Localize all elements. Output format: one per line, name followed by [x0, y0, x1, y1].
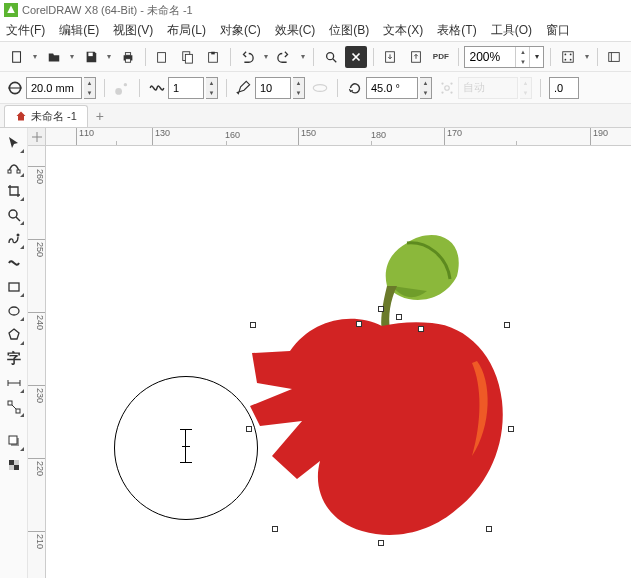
pdf-button[interactable]: PDF — [430, 46, 451, 68]
new-doc-dropdown[interactable]: ▾ — [31, 46, 39, 68]
extra-input[interactable] — [549, 77, 579, 99]
svg-point-17 — [565, 58, 567, 60]
transparency-tool[interactable] — [3, 454, 25, 476]
rectangle-tool[interactable] — [3, 276, 25, 298]
zoom-input[interactable] — [465, 47, 515, 67]
svg-point-37 — [9, 307, 19, 315]
search-button[interactable] — [320, 46, 341, 68]
vertical-ruler[interactable]: 260 250 240 230 220 210 — [28, 146, 46, 578]
open-button[interactable] — [43, 46, 64, 68]
save-dropdown[interactable]: ▾ — [106, 46, 114, 68]
toolbox: 字 — [0, 128, 28, 578]
svg-rect-41 — [8, 401, 12, 405]
svg-point-25 — [313, 84, 327, 91]
polygon-tool[interactable] — [3, 324, 25, 346]
cut-button[interactable] — [152, 46, 173, 68]
menu-edit[interactable]: 编辑(E) — [59, 22, 99, 39]
snap-dropdown[interactable]: ▾ — [583, 46, 591, 68]
menu-table[interactable]: 表格(T) — [437, 22, 476, 39]
menu-text[interactable]: 文本(X) — [383, 22, 423, 39]
svg-point-28 — [450, 82, 452, 84]
open-dropdown[interactable]: ▾ — [68, 46, 76, 68]
size-up[interactable]: ▲ — [84, 78, 95, 88]
size-down[interactable]: ▼ — [84, 88, 95, 98]
export-up-button[interactable] — [405, 46, 426, 68]
sel-handle-se[interactable] — [486, 526, 492, 532]
app-logo — [4, 3, 18, 17]
ellipse-tool[interactable] — [3, 300, 25, 322]
menu-bitmaps[interactable]: 位图(B) — [329, 22, 369, 39]
svg-point-33 — [9, 210, 17, 218]
horizontal-ruler[interactable]: 110 130 150 170 190 160 180 — [46, 128, 631, 146]
menu-window[interactable]: 窗口 — [546, 22, 570, 39]
zoom-dropdown[interactable]: ▾ — [529, 47, 543, 67]
zoom-up[interactable]: ▲ — [515, 47, 529, 57]
artistic-media-tool[interactable] — [3, 252, 25, 274]
zoom-level[interactable]: ▲▼ ▾ — [464, 46, 544, 68]
angle-input[interactable] — [366, 77, 418, 99]
svg-rect-4 — [125, 58, 130, 62]
menu-tools[interactable]: 工具(O) — [491, 22, 532, 39]
zoom-down[interactable]: ▼ — [515, 57, 529, 67]
add-tab-button[interactable]: + — [88, 105, 112, 127]
sel-handle-e[interactable] — [508, 426, 514, 432]
menu-effects[interactable]: 效果(C) — [275, 22, 316, 39]
crop-tool[interactable] — [3, 180, 25, 202]
copy-button[interactable] — [177, 46, 198, 68]
freehand-tool[interactable] — [3, 228, 25, 250]
new-doc-button[interactable] — [6, 46, 27, 68]
tab-untitled[interactable]: 未命名 -1 — [4, 105, 88, 127]
property-bar: ▲▼ ▲▼ ▲▼ ▲▼ ▲▼ — [0, 72, 631, 104]
pressure-icon — [113, 77, 131, 99]
save-button[interactable] — [80, 46, 101, 68]
svg-rect-47 — [14, 460, 19, 465]
snap-button[interactable] — [557, 46, 578, 68]
tab-label: 未命名 -1 — [31, 109, 77, 124]
svg-point-24 — [124, 82, 127, 85]
import-button[interactable] — [345, 46, 366, 68]
rotation-icon — [346, 77, 364, 99]
menu-view[interactable]: 视图(V) — [113, 22, 153, 39]
sel-handle-n[interactable] — [378, 306, 384, 312]
options-button[interactable] — [604, 46, 625, 68]
print-button[interactable] — [117, 46, 138, 68]
apple-shape[interactable] — [232, 231, 522, 541]
svg-rect-7 — [185, 54, 192, 63]
reduce-nodes-input[interactable] — [255, 77, 291, 99]
frequency-input[interactable] — [168, 77, 204, 99]
node-handle[interactable] — [396, 314, 402, 320]
export-down-button[interactable] — [379, 46, 400, 68]
sel-handle-sw[interactable] — [272, 526, 278, 532]
connector-tool[interactable] — [3, 396, 25, 418]
eraser-shape-circle-icon[interactable] — [6, 77, 24, 99]
sel-handle-ne[interactable] — [504, 322, 510, 328]
canvas[interactable] — [46, 146, 631, 578]
pick-tool[interactable] — [3, 132, 25, 154]
svg-point-27 — [441, 82, 443, 84]
svg-line-11 — [332, 58, 336, 62]
undo-dropdown[interactable]: ▾ — [262, 46, 270, 68]
menu-object[interactable]: 对象(C) — [220, 22, 261, 39]
dimension-tool[interactable] — [3, 372, 25, 394]
redo-dropdown[interactable]: ▾ — [299, 46, 307, 68]
node-handle[interactable] — [418, 326, 424, 332]
ruler-origin[interactable] — [28, 128, 46, 146]
paste-button[interactable] — [202, 46, 223, 68]
shape-tool[interactable] — [3, 156, 25, 178]
zoom-tool[interactable] — [3, 204, 25, 226]
text-tool[interactable]: 字 — [3, 348, 25, 370]
eraser-size-input[interactable] — [26, 77, 82, 99]
node-handle[interactable] — [356, 321, 362, 327]
menu-layout[interactable]: 布局(L) — [167, 22, 206, 39]
svg-line-43 — [12, 405, 16, 409]
svg-rect-19 — [609, 52, 620, 61]
auto-input — [458, 77, 518, 99]
svg-rect-46 — [9, 460, 14, 465]
sel-handle-s[interactable] — [378, 540, 384, 546]
menu-file[interactable]: 文件(F) — [6, 22, 45, 39]
drop-shadow-tool[interactable] — [3, 430, 25, 452]
sel-handle-nw[interactable] — [250, 322, 256, 328]
undo-button[interactable] — [237, 46, 258, 68]
redo-button[interactable] — [274, 46, 295, 68]
svg-rect-45 — [9, 436, 17, 444]
